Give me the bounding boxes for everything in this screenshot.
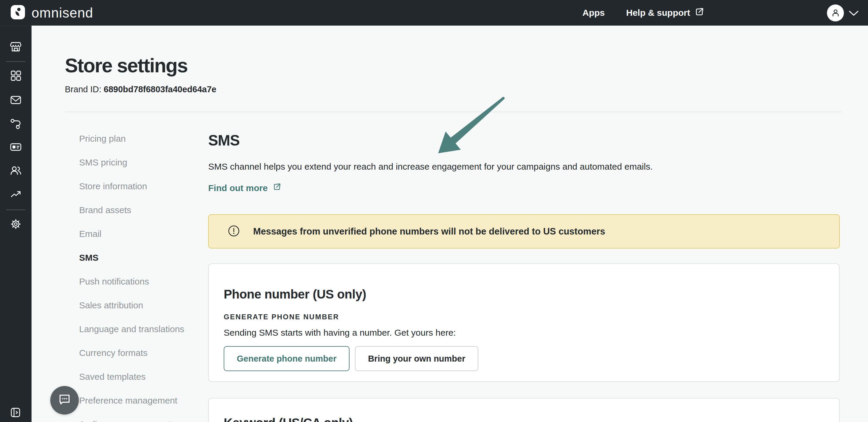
help-support-link[interactable]: Help & support xyxy=(626,0,704,26)
annotation-arrow xyxy=(425,94,515,159)
forms-card-icon[interactable] xyxy=(9,141,22,154)
store-settings-page: omnisend Apps Help & support xyxy=(0,0,868,422)
store-icon[interactable] xyxy=(9,40,22,53)
phone-number-card: Phone number (US only) GENERATE PHONE NU… xyxy=(208,263,840,382)
settings-nav-item-saved-templates[interactable]: Saved templates xyxy=(79,372,208,381)
generate-phone-number-button[interactable]: Generate phone number xyxy=(224,346,349,371)
phone-number-card-title: Phone number (US only) xyxy=(224,287,824,301)
settings-nav-item-audience-management[interactable]: Audience management xyxy=(79,420,208,422)
rail-divider xyxy=(6,210,26,210)
rail-divider xyxy=(6,61,26,62)
sms-section-title: SMS xyxy=(208,132,840,149)
omnisend-brand[interactable]: omnisend xyxy=(11,5,93,21)
keyword-card: Keyword (US/CA only) xyxy=(208,398,840,422)
apps-link[interactable]: Apps xyxy=(583,0,605,26)
email-icon[interactable] xyxy=(9,93,22,107)
unverified-number-warning-banner: Messages from unverified phone numbers w… xyxy=(208,214,840,248)
settings-nav-item-language-and-translations[interactable]: Language and translations xyxy=(79,325,208,334)
apps-label: Apps xyxy=(583,8,605,18)
automation-icon[interactable] xyxy=(9,117,22,130)
keyword-card-title: Keyword (US/CA only) xyxy=(224,416,824,422)
brand-id-value: 6890bd78f6803fa40ed64a7e xyxy=(104,85,217,94)
settings-nav-item-brand-assets[interactable]: Brand assets xyxy=(79,206,208,215)
settings-nav-item-currency-formats[interactable]: Currency formats xyxy=(79,349,208,357)
find-out-more-link[interactable]: Find out more xyxy=(208,182,281,193)
phone-number-card-body: Sending SMS starts with having a number.… xyxy=(224,328,824,338)
sms-settings-main: SMS SMS channel helps you extend your re… xyxy=(208,112,840,422)
settings-nav-item-pricing-plan[interactable]: Pricing plan xyxy=(79,134,208,143)
settings-nav-item-sales-attribution[interactable]: Sales attribution xyxy=(79,301,208,310)
settings-gear-icon[interactable] xyxy=(9,217,22,231)
account-chevron-down-icon[interactable] xyxy=(848,10,859,18)
content-area: Store settings Brand ID: 6890bd78f6803fa… xyxy=(32,26,868,422)
chat-bubble-icon xyxy=(57,392,72,409)
settings-nav-item-preference-management[interactable]: Preference management xyxy=(79,396,208,405)
user-avatar[interactable] xyxy=(827,4,844,22)
omnisend-logo-icon xyxy=(11,5,25,21)
settings-nav: Pricing plan SMS pricing Store informati… xyxy=(32,112,208,422)
dashboard-grid-icon[interactable] xyxy=(9,69,22,82)
collapse-panel-icon[interactable] xyxy=(9,406,22,419)
settings-nav-item-sms-pricing[interactable]: SMS pricing xyxy=(79,158,208,167)
settings-nav-item-sms[interactable]: SMS xyxy=(79,253,208,262)
brand-id-line: Brand ID: 6890bd78f6803fa40ed64a7e xyxy=(65,85,868,94)
audience-icon[interactable] xyxy=(9,164,22,177)
alert-circle-icon xyxy=(227,225,240,238)
brand-wordmark: omnisend xyxy=(32,5,93,21)
brand-id-label: Brand ID: xyxy=(65,85,101,94)
settings-nav-item-store-information[interactable]: Store information xyxy=(79,182,208,191)
settings-nav-item-push-notifications[interactable]: Push notifications xyxy=(79,277,208,286)
page-title: Store settings xyxy=(65,54,868,77)
help-support-label: Help & support xyxy=(626,8,690,18)
left-icon-rail xyxy=(0,26,32,422)
warning-banner-text: Messages from unverified phone numbers w… xyxy=(253,226,605,237)
reports-trend-icon[interactable] xyxy=(9,188,22,201)
settings-nav-item-email[interactable]: Email xyxy=(79,230,208,238)
find-out-more-label: Find out more xyxy=(208,183,268,193)
generate-phone-number-subheading: GENERATE PHONE NUMBER xyxy=(224,313,824,321)
external-link-icon xyxy=(273,182,281,193)
topbar: omnisend Apps Help & support xyxy=(0,0,868,26)
bring-your-own-number-button[interactable]: Bring your own number xyxy=(355,346,478,371)
chat-widget-button[interactable] xyxy=(50,386,79,415)
external-link-icon xyxy=(694,7,704,19)
sms-section-description: SMS channel helps you extend your reach … xyxy=(208,161,840,172)
